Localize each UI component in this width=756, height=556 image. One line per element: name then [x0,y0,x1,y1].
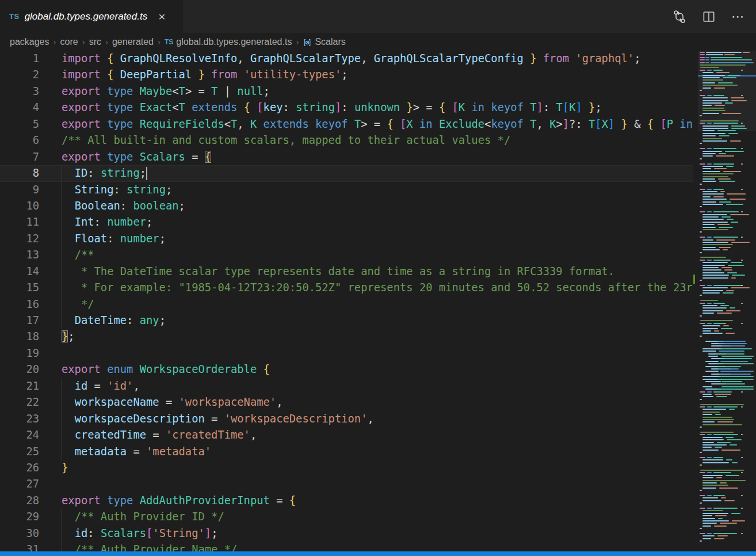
code-token: ] [608,118,614,130]
line-number: 22 [0,394,39,410]
minimap-line [702,196,711,197]
code-line-10[interactable]: 10 Boolean: boolean; [0,198,693,214]
code-line-3[interactable]: 3export type Maybe<T> = T | null; [0,83,693,100]
code-token [62,543,75,551]
code-text: Float: number; [62,231,166,247]
code-line-25[interactable]: 25 metadata = 'metadata' [0,444,693,460]
minimap-line [715,447,723,448]
minimap-line [716,477,722,478]
minimap-line [714,168,727,169]
breadcrumb-item-global-db-types-generated-ts[interactable]: global.db.types.generated.ts [176,37,292,47]
more-actions-icon[interactable]: ⋯ [731,9,744,24]
code-line-27[interactable]: 27 [0,476,693,492]
code-token: unknown [354,101,400,113]
code-line-20[interactable]: 20export enum WorkspaceOrderable { [0,361,693,378]
minimap-line [702,110,726,111]
code-token: K [459,101,465,113]
minimap-line [702,176,728,177]
code-token: P [667,118,673,130]
minimap-line [702,376,720,377]
minimap-line [707,95,712,96]
code-line-1[interactable]: 1import { GraphQLResolveInfo, GraphQLSca… [0,51,693,67]
split-editor-icon[interactable] [702,10,715,23]
code-token: type [107,494,140,507]
minimap-line [716,239,735,241]
code-token [62,281,75,294]
minimap-line [700,211,705,212]
breadcrumb-separator: › [296,37,299,47]
code-line-29[interactable]: 29 /** Auth Provider ID */ [0,509,693,525]
code-line-31[interactable]: 31 /** Auth Provider Name */ [0,542,693,551]
code-line-23[interactable]: 23 workspaceDescription = 'workspaceDesc… [0,411,693,427]
minimap-line [707,303,712,304]
code-line-7[interactable]: 7export type Scalars = { [0,149,693,165]
breadcrumb-item-generated[interactable]: generated [112,37,154,47]
minimap-line [702,265,725,266]
minimap-line [707,123,712,124]
minimap-line [741,260,743,261]
minimap-line [713,70,723,71]
code-line-21[interactable]: 21 id = 'id', [0,378,693,394]
minimap-line [700,62,705,63]
code-line-19[interactable]: 19 [0,345,693,361]
minimap-line [726,290,734,291]
minimap-line [702,133,726,134]
code-line-30[interactable]: 30 id: Scalars['String']; [0,525,693,542]
minimap-line [729,409,735,410]
minimap-line [702,219,724,220]
code-line-12[interactable]: 12 Float: number; [0,231,693,247]
minimap-line [702,417,732,418]
tab-global-db-types-generated-ts[interactable]: TS global.db.types.generated.ts × [0,0,183,33]
code-area[interactable]: 1import { GraphQLResolveInfo, GraphQLSca… [0,51,693,551]
minimap-line [713,472,731,473]
open-changes-icon[interactable] [673,10,686,24]
code-line-14[interactable]: 14 * The DateTime scalar type represents… [0,264,693,280]
minimap-line [719,247,730,248]
minimap-line [713,508,738,509]
breadcrumb-item-packages[interactable]: packages [10,37,49,47]
code-token: < [172,101,178,113]
code-line-16[interactable]: 16 */ [0,296,693,313]
code-line-24[interactable]: 24 createdTime = 'createdTime', [0,427,693,443]
minimap-line [727,219,734,220]
minimap-line [702,277,728,279]
code-line-13[interactable]: 13 /** [0,247,693,263]
minimap-line [702,222,728,223]
minimap-line [707,70,712,71]
code-line-22[interactable]: 22 workspaceName = 'workspaceName', [0,394,693,410]
code-line-4[interactable]: 4export type Exact<T extends { [key: str… [0,100,693,116]
code-line-5[interactable]: 5export type RequireFields<T, K extends … [0,116,693,132]
code-token [62,396,75,408]
minimap-line [719,153,726,154]
minimap-line [702,75,725,76]
code-token: > [556,118,562,130]
code-line-26[interactable]: 26} [0,460,693,476]
breadcrumb-item-core[interactable]: core [60,37,78,47]
code-line-17[interactable]: 17 DateTime: any; [0,313,693,329]
code-line-6[interactable]: 6/** All built-in and custom scalars, ma… [0,132,693,148]
code-line-18[interactable]: 18}; [0,329,693,345]
code-line-8[interactable]: 8 ID: string; [0,165,693,181]
minimap-line [700,163,705,165]
code-token [62,445,75,458]
minimap-line [707,211,712,212]
code-line-2[interactable]: 2import { DeepPartial } from 'utility-ty… [0,67,693,83]
code-line-28[interactable]: 28export type AddAuthProviderInput = { [0,493,693,509]
editor[interactable]: 1import { GraphQLResolveInfo, GraphQLSca… [0,51,756,551]
minimap[interactable] [698,51,756,551]
minimap-line [702,125,728,127]
minimap-line [700,257,726,258]
breadcrumb-item-scalars[interactable]: Scalars [315,37,345,47]
close-tab-icon[interactable]: × [158,10,165,22]
minimap-line [725,102,733,104]
breadcrumb-item-src[interactable]: src [89,37,101,47]
code-token: T [179,85,185,97]
code-line-11[interactable]: 11 Int: number; [0,214,693,230]
code-line-15[interactable]: 15 * For example: "1985-04-12T23:20:50.5… [0,280,693,296]
minimap-line [721,386,754,387]
code-token: 'id' [107,380,133,392]
code-token: boolean [133,200,178,212]
code-token: enum [107,363,140,375]
code-line-9[interactable]: 9 String: string; [0,182,693,198]
minimap-line [713,323,726,324]
